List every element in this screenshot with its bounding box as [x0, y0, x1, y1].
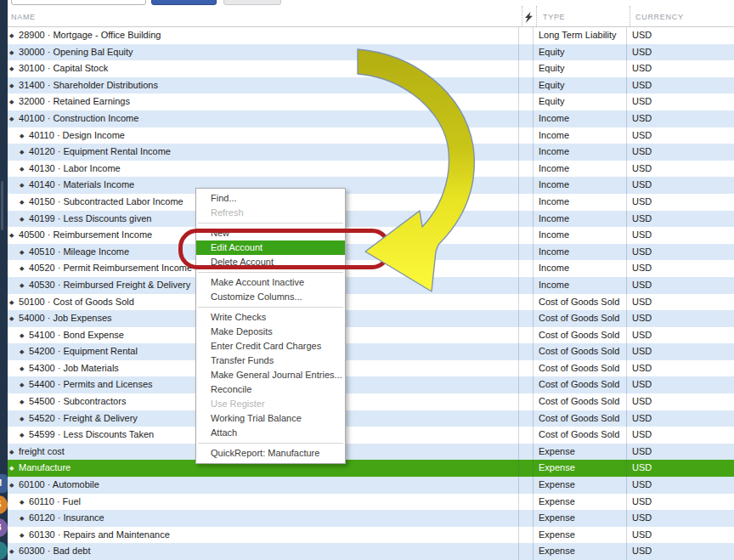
account-row[interactable]: ◆ 30000 · Opening Bal Equity Equity USD — [8, 44, 734, 61]
menu-item-find[interactable]: Find... — [196, 191, 345, 206]
table-body: ◆ 28900 · Mortgage - Office Building Lon… — [8, 27, 734, 560]
menu-item-transfer-funds[interactable]: Transfer Funds — [196, 354, 345, 368]
account-row[interactable]: ◆ 50100 · Cost of Goods Sold Cost of Goo… — [8, 294, 734, 311]
account-name: 60120 · Insurance — [26, 512, 104, 523]
diamond-icon: ◆ — [20, 427, 26, 444]
account-currency: USD — [626, 543, 734, 560]
diamond-icon: ◆ — [9, 110, 16, 127]
account-name: 54520 · Freight & Delivery — [26, 413, 138, 423]
menu-item-attach[interactable]: Attach — [196, 426, 345, 440]
account-row[interactable]: ◆ 40100 · Construction Income Income USD — [8, 110, 734, 127]
account-row[interactable]: ◆ 54400 · Permits and Licenses Cost of G… — [8, 376, 734, 393]
diamond-icon: ◆ — [20, 194, 26, 211]
app-icon-b[interactable]: B — [0, 518, 8, 537]
menu-item-reconcile[interactable]: Reconcile — [196, 382, 345, 397]
account-row[interactable]: ◆ 54100 · Bond Expense Cost of Goods Sol… — [8, 327, 734, 344]
account-currency: USD — [626, 360, 734, 377]
menu-item-quickreport-manufacture[interactable]: QuickReport: Manufacture — [196, 446, 345, 461]
diamond-icon: ◆ — [9, 93, 16, 110]
account-row[interactable]: ◆ 32000 · Retained Earnings Equity USD — [8, 93, 734, 110]
menu-item-customize-columns[interactable]: Customize Columns... — [196, 290, 345, 304]
menu-item-make-deposits[interactable]: Make Deposits — [196, 325, 345, 339]
account-row[interactable]: ◆ 60110 · Fuel Expense USD — [8, 494, 734, 511]
account-row[interactable]: ◆ 54000 · Job Expenses Cost of Goods Sol… — [8, 310, 734, 327]
column-header-type[interactable]: TYPE — [536, 6, 630, 26]
account-currency: USD — [626, 27, 734, 44]
account-currency: USD — [626, 343, 734, 360]
diamond-icon: ◆ — [20, 327, 26, 344]
account-type: Income — [533, 144, 626, 161]
account-type: Equity — [533, 44, 626, 61]
app-icon-s[interactable]: S — [0, 495, 8, 514]
account-row[interactable]: ◆ Manufacture Expense USD — [8, 460, 734, 477]
app-icon-m[interactable]: M — [0, 474, 8, 493]
column-header-name[interactable]: NAME — [8, 6, 522, 26]
account-type: Cost of Goods Sold — [533, 393, 626, 410]
reset-button[interactable] — [223, 0, 281, 5]
search-input[interactable] — [11, 0, 146, 5]
attachment-cell — [518, 427, 533, 444]
account-row[interactable]: ◆ 60130 · Repairs and Maintenance Expens… — [8, 527, 734, 544]
account-row[interactable]: ◆ 40150 · Subcontracted Labor Income Inc… — [8, 194, 734, 211]
account-type: Cost of Goods Sold — [533, 327, 626, 344]
account-row[interactable]: ◆ 40199 · Less Discounts given Income US… — [8, 211, 734, 228]
account-currency: USD — [626, 427, 734, 444]
account-name: 54400 · Permits and Licenses — [26, 379, 153, 389]
account-row[interactable]: ◆ 54300 · Job Materials Cost of Goods So… — [8, 360, 734, 377]
account-row[interactable]: ◆ 40130 · Labor Income Income USD — [8, 161, 734, 178]
account-name: 28900 · Mortgage - Office Building — [16, 30, 161, 40]
account-row[interactable]: ◆ freight cost Expense USD — [8, 444, 734, 461]
account-type: Expense — [533, 460, 626, 477]
account-row[interactable]: ◆ 28900 · Mortgage - Office Building Lon… — [8, 27, 734, 44]
account-row[interactable]: ◆ 60120 · Insurance Expense USD — [8, 510, 734, 527]
column-header-attachments[interactable] — [522, 6, 536, 26]
menu-item-enter-credit-card-charges[interactable]: Enter Credit Card Charges — [196, 339, 345, 354]
account-currency: USD — [626, 510, 734, 527]
app-icon-teal[interactable] — [0, 541, 8, 560]
menu-item-working-trial-balance[interactable]: Working Trial Balance — [196, 411, 345, 426]
attachment-cell — [518, 127, 533, 144]
menu-item-make-general-journal-entries[interactable]: Make General Journal Entries... — [196, 368, 345, 382]
account-currency: USD — [626, 244, 734, 261]
account-row[interactable]: ◆ 54200 · Equipment Rental Cost of Goods… — [8, 343, 734, 360]
diamond-icon: ◆ — [20, 211, 26, 228]
attachment-cell — [518, 77, 533, 94]
account-currency: USD — [626, 194, 734, 211]
account-row[interactable]: ◆ 54599 · Less Discounts Taken Cost of G… — [8, 427, 734, 444]
account-currency: USD — [626, 161, 734, 178]
account-type: Income — [533, 161, 626, 178]
diamond-icon: ◆ — [20, 127, 26, 144]
account-currency: USD — [626, 211, 734, 228]
account-row[interactable]: ◆ 60300 · Bad debt Expense USD — [8, 543, 734, 560]
account-currency: USD — [626, 127, 734, 144]
account-row[interactable]: ◆ 31400 · Shareholder Distributions Equi… — [8, 77, 734, 94]
account-name: 40199 · Less Discounts given — [26, 213, 151, 223]
account-row[interactable]: ◆ 54520 · Freight & Delivery Cost of Goo… — [8, 410, 734, 427]
diamond-icon: ◆ — [20, 360, 26, 377]
account-currency: USD — [626, 294, 734, 311]
account-type: Income — [533, 211, 626, 228]
account-row[interactable]: ◆ 40120 · Equipment Rental Income Income… — [8, 144, 734, 161]
account-currency: USD — [626, 444, 734, 461]
account-name: 40100 · Construction Income — [16, 113, 138, 123]
account-currency: USD — [626, 527, 734, 544]
account-row[interactable]: ◆ 30100 · Capital Stock Equity USD — [8, 60, 734, 77]
account-row[interactable]: ◆ 54500 · Subcontractors Cost of Goods S… — [8, 393, 734, 410]
diamond-icon: ◆ — [20, 343, 26, 360]
account-row[interactable]: ◆ 40140 · Materials Income Income USD — [8, 177, 734, 194]
search-button[interactable] — [151, 0, 217, 5]
menu-item-make-account-inactive[interactable]: Make Account Inactive — [196, 275, 345, 290]
account-type: Cost of Goods Sold — [533, 310, 626, 327]
topbar — [8, 0, 734, 6]
attachment-cell — [518, 444, 533, 461]
account-currency: USD — [626, 494, 734, 511]
account-row[interactable]: ◆ 60100 · Automobile Expense USD — [8, 477, 734, 494]
menu-item-write-checks[interactable]: Write Checks — [196, 310, 345, 325]
column-header-currency[interactable]: CURRENCY — [630, 6, 734, 26]
diamond-icon: ◆ — [20, 510, 26, 527]
account-type: Expense — [533, 527, 626, 544]
account-currency: USD — [626, 177, 734, 194]
account-row[interactable]: ◆ 40110 · Design Income Income USD — [8, 127, 734, 144]
account-row[interactable]: ◆ 40530 · Reimbursed Freight & Delivery … — [8, 277, 734, 294]
diamond-icon: ◆ — [20, 527, 26, 544]
